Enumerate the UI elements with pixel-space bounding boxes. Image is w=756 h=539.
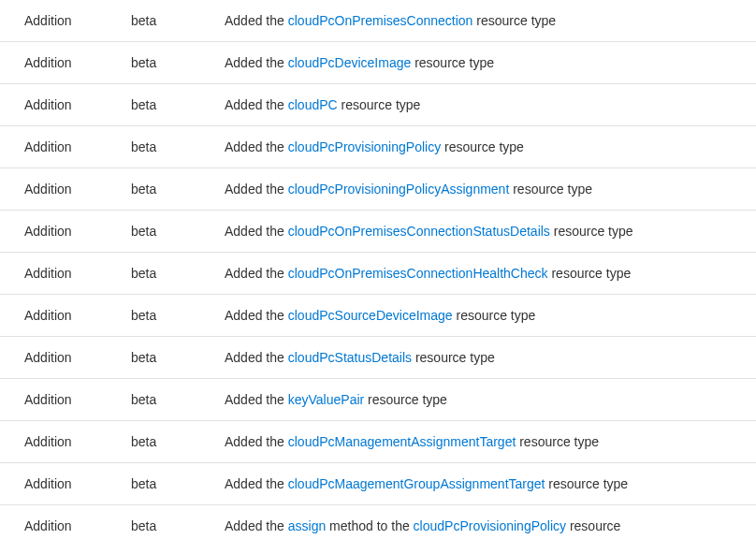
resource-link[interactable]: cloudPcOnPremisesConnectionHealthCheck — [288, 266, 548, 281]
change-type: Addition — [0, 168, 131, 211]
table-row: AdditionbetaAdded the cloudPcProvisionin… — [0, 126, 756, 168]
change-type: Addition — [0, 42, 131, 84]
table-row: AdditionbetaAdded the cloudPcSourceDevic… — [0, 295, 756, 337]
description-prefix: Added the — [225, 476, 288, 491]
description-prefix: Added the — [225, 182, 288, 197]
table-row: AdditionbetaAdded the assign method to t… — [0, 505, 756, 540]
table-row: AdditionbetaAdded the cloudPcMaagementGr… — [0, 463, 756, 505]
resource-link[interactable]: cloudPcSourceDeviceImage — [288, 308, 453, 323]
description-suffix: resource type — [472, 13, 556, 28]
description-prefix: Added the — [225, 224, 288, 239]
change-type: Addition — [0, 337, 131, 379]
description-suffix: resource type — [453, 308, 536, 323]
change-type: Addition — [0, 84, 131, 126]
table-row: AdditionbetaAdded the cloudPcOnPremisesC… — [0, 211, 756, 253]
resource-link[interactable]: cloudPcMaagementGroupAssignmentTarget — [288, 476, 545, 491]
version: beta — [131, 168, 225, 211]
description-suffix: resource type — [338, 97, 421, 112]
description-mid: method to the — [326, 518, 413, 533]
version: beta — [131, 211, 225, 253]
description: Added the cloudPcOnPremisesConnectionHea… — [225, 253, 756, 295]
description-suffix: resource type — [509, 182, 592, 197]
description: Added the cloudPcSourceDeviceImage resou… — [225, 295, 756, 337]
table-row: AdditionbetaAdded the cloudPcStatusDetai… — [0, 337, 756, 379]
description-suffix: resource type — [516, 434, 599, 449]
description-suffix: resource type — [545, 476, 628, 491]
description-suffix: resource type — [411, 55, 494, 70]
change-type: Addition — [0, 295, 131, 337]
resource-link[interactable]: assign — [288, 518, 326, 533]
description-prefix: Added the — [225, 139, 288, 154]
version: beta — [131, 379, 225, 421]
table-row: AdditionbetaAdded the cloudPcManagementA… — [0, 421, 756, 463]
changelog-table: AdditionbetaAdded the cloudPcOnPremisesC… — [0, 0, 756, 539]
description-prefix: Added the — [225, 350, 288, 365]
version: beta — [131, 505, 225, 540]
description-suffix: resource type — [412, 350, 495, 365]
version: beta — [131, 337, 225, 379]
description: Added the cloudPcManagementAssignmentTar… — [225, 421, 756, 463]
table-row: AdditionbetaAdded the cloudPcDeviceImage… — [0, 42, 756, 84]
description-prefix: Added the — [225, 55, 288, 70]
resource-link[interactable]: cloudPcDeviceImage — [288, 55, 412, 70]
description: Added the cloudPcProvisioningPolicyAssig… — [225, 168, 756, 211]
resource-link[interactable]: keyValuePair — [288, 392, 364, 407]
table-row: AdditionbetaAdded the cloudPcOnPremisesC… — [0, 0, 756, 42]
change-type: Addition — [0, 126, 131, 168]
description: Added the assign method to the cloudPcPr… — [225, 505, 756, 540]
change-type: Addition — [0, 505, 131, 540]
resource-link[interactable]: cloudPcOnPremisesConnectionStatusDetails — [288, 224, 550, 239]
resource-link[interactable]: cloudPcStatusDetails — [288, 350, 412, 365]
version: beta — [131, 295, 225, 337]
version: beta — [131, 0, 225, 42]
version: beta — [131, 463, 225, 505]
table-row: AdditionbetaAdded the cloudPcProvisionin… — [0, 168, 756, 211]
description-suffix: resource type — [548, 266, 632, 281]
description-prefix: Added the — [225, 97, 288, 112]
version: beta — [131, 421, 225, 463]
table-row: AdditionbetaAdded the cloudPcOnPremisesC… — [0, 253, 756, 295]
change-type: Addition — [0, 211, 131, 253]
description-prefix: Added the — [225, 13, 288, 28]
change-type: Addition — [0, 0, 131, 42]
description: Added the cloudPcOnPremisesConnectionSta… — [225, 211, 756, 253]
description: Added the cloudPcMaagementGroupAssignmen… — [225, 463, 756, 505]
resource-link[interactable]: cloudPcProvisioningPolicyAssignment — [288, 182, 510, 197]
description-prefix: Added the — [225, 434, 288, 449]
change-type: Addition — [0, 253, 131, 295]
description-suffix: resource type — [441, 139, 524, 154]
table-row: AdditionbetaAdded the keyValuePair resou… — [0, 379, 756, 421]
description: Added the cloudPcDeviceImage resource ty… — [225, 42, 756, 84]
version: beta — [131, 253, 225, 295]
description: Added the cloudPcOnPremisesConnection re… — [225, 0, 756, 42]
description-suffix: resource type — [364, 392, 447, 407]
resource-link[interactable]: cloudPcManagementAssignmentTarget — [288, 434, 516, 449]
description-suffix: resource — [566, 518, 620, 533]
description: Added the keyValuePair resource type — [225, 379, 756, 421]
resource-link[interactable]: cloudPcOnPremisesConnection — [288, 13, 473, 28]
change-type: Addition — [0, 379, 131, 421]
version: beta — [131, 84, 225, 126]
description: Added the cloudPcStatusDetails resource … — [225, 337, 756, 379]
description-prefix: Added the — [225, 266, 288, 281]
description: Added the cloudPC resource type — [225, 84, 756, 126]
resource-link[interactable]: cloudPcProvisioningPolicy — [288, 139, 441, 154]
description-suffix: resource type — [550, 224, 633, 239]
table-row: AdditionbetaAdded the cloudPC resource t… — [0, 84, 756, 126]
resource-link[interactable]: cloudPcProvisioningPolicy — [414, 518, 566, 533]
description: Added the cloudPcProvisioningPolicy reso… — [225, 126, 756, 168]
resource-link[interactable]: cloudPC — [288, 97, 338, 112]
description-prefix: Added the — [225, 518, 288, 533]
change-type: Addition — [0, 421, 131, 463]
description-prefix: Added the — [225, 308, 288, 323]
version: beta — [131, 126, 225, 168]
version: beta — [131, 42, 225, 84]
change-type: Addition — [0, 463, 131, 505]
description-prefix: Added the — [225, 392, 288, 407]
